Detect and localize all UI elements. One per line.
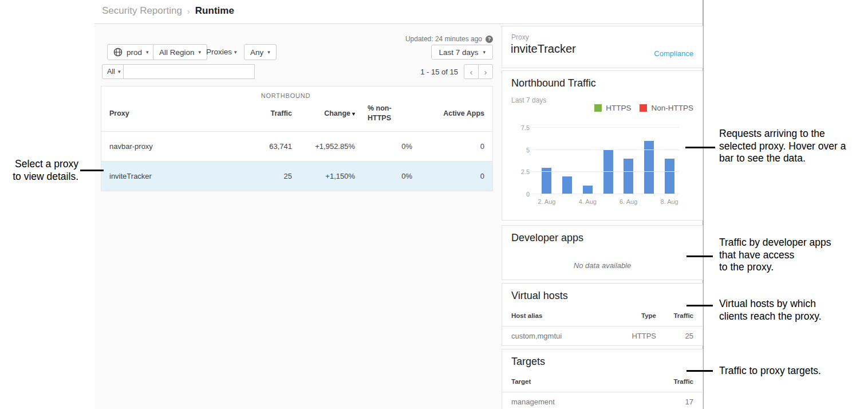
legend-label: Non-HTTPS [651, 104, 693, 112]
legend-item: Non-HTTPS [640, 104, 693, 112]
chart-gridline [532, 150, 680, 150]
column-header-traffic[interactable]: Traffic [229, 109, 292, 117]
updated-status: Updated: 24 minutes ago ? [405, 35, 493, 43]
chart-gridline [532, 194, 680, 194]
environment-label: prod [127, 48, 142, 57]
cell-proxy-name: navbar-proxy [109, 142, 229, 151]
column-header-traffic: Traffic [656, 378, 693, 385]
chevron-down-icon: ▾ [234, 49, 237, 55]
chart-bar[interactable] [583, 186, 593, 194]
virtual-hosts-title: Virtual hosts [511, 290, 568, 302]
virtual-host-row: custom,mgmtui HTTPS 25 [511, 332, 693, 340]
cell-type: HTTPS [605, 332, 656, 340]
legend-label: HTTPS [606, 104, 631, 112]
no-data-message: No data available [502, 261, 703, 270]
date-range-label: Last 7 days [439, 48, 478, 57]
globe-icon [113, 48, 123, 57]
annotation-developer-apps: Traffic by developer apps that have acce… [719, 237, 831, 274]
pagination-controls: ‹ › [464, 64, 493, 79]
security-reporting-runtime-page: Security Reporting › Runtime prod ▾ All … [0, 0, 868, 409]
virtual-hosts-card: Virtual hosts Host alias Type Traffic cu… [502, 283, 703, 346]
annotation-virtual-hosts: Virtual hosts by which clients reach the… [719, 298, 822, 323]
annotation-requests: Requests arriving to the selected proxy.… [719, 128, 846, 165]
callout-line [686, 305, 713, 306]
x-axis-tick-label: 4. Aug [579, 198, 597, 205]
proxy-label: Proxy [511, 33, 529, 41]
virtual-hosts-header-row: Host alias Type Traffic [511, 312, 693, 319]
column-header-proxy[interactable]: Proxy [109, 109, 229, 117]
column-header-active-apps[interactable]: Active Apps [412, 109, 484, 117]
chart-gridline [532, 171, 680, 172]
compliance-link[interactable]: Compliance [654, 49, 693, 58]
northbound-traffic-card: Northbound Traffic Last 7 days HTTPSNon-… [502, 70, 703, 221]
selected-proxy-name: inviteTracker [511, 42, 576, 56]
cell-non-https: 0% [355, 142, 412, 151]
cell-traffic: 63,741 [229, 142, 292, 151]
table-row-selected[interactable]: inviteTracker 25 +1,150% 0% 0 [101, 161, 492, 191]
previous-page-button[interactable]: ‹ [464, 64, 479, 79]
column-header-target: Target [511, 378, 656, 385]
callout-line [80, 170, 104, 171]
environment-dropdown[interactable]: prod ▾ [107, 44, 155, 60]
table-header-row: Proxy Traffic Change▾ % non-HTTPS Active… [101, 99, 492, 131]
pagination-range: 1 - 15 of 15 [420, 68, 458, 76]
developer-apps-title: Developer apps [511, 232, 583, 244]
y-axis-tick-label: 7.5 [521, 124, 530, 131]
callout-line [686, 370, 713, 372]
annotation-select-proxy: Select a proxy to view details. [0, 158, 78, 183]
help-icon[interactable]: ? [486, 36, 493, 43]
x-axis-tick-label: 8. Aug [661, 198, 678, 205]
cell-non-https: 0% [355, 172, 412, 180]
target-row: management 17 [511, 398, 693, 406]
legend-item: HTTPS [594, 104, 631, 112]
search-scope-dropdown[interactable]: All ▾ [102, 64, 125, 79]
any-label: Any [250, 48, 263, 57]
cell-active-apps: 0 [412, 142, 484, 151]
breadcrumb-section[interactable]: Security Reporting [102, 5, 182, 17]
legend-swatch [594, 104, 602, 112]
next-page-button[interactable]: › [478, 64, 493, 79]
chart-gridline [532, 127, 680, 128]
chart-x-axis: 2. Aug4. Aug6. Aug8. Aug [536, 198, 680, 206]
chart-bar[interactable] [665, 159, 674, 194]
y-axis-tick-label: 0 [526, 191, 530, 198]
chart-bar-slot [659, 159, 680, 194]
cell-traffic: 25 [656, 332, 693, 340]
proxies-dropdown[interactable]: Proxies ▾ [206, 48, 237, 56]
x-axis-tick-label: 2. Aug [538, 198, 555, 205]
chevron-down-icon: ▾ [267, 49, 270, 55]
chart-bar[interactable] [624, 159, 633, 194]
targets-card: Targets Target Traffic management 17 [502, 349, 703, 409]
x-axis-tick-label: 6. Aug [620, 198, 637, 205]
any-filter-dropdown[interactable]: Any ▾ [244, 44, 277, 60]
column-header-change[interactable]: Change▾ [292, 109, 355, 117]
developer-apps-card: Developer apps No data available [502, 225, 703, 280]
chart-bar-slot [557, 176, 578, 194]
breadcrumb: Security Reporting › Runtime [102, 5, 234, 17]
chart-bar-slot [577, 186, 598, 194]
date-range-dropdown[interactable]: Last 7 days ▾ [431, 45, 493, 60]
y-axis-tick-label: 2.5 [521, 168, 530, 175]
column-header-traffic: Traffic [656, 312, 693, 319]
legend-swatch [640, 104, 647, 112]
divider [502, 326, 703, 327]
cell-active-apps: 0 [412, 172, 484, 180]
cell-traffic: 25 [229, 172, 292, 180]
header-divider [94, 23, 703, 24]
chart-bar[interactable] [562, 176, 572, 194]
callout-line [685, 147, 715, 148]
chart-bar-slot [618, 159, 639, 194]
y-axis-tick-label: 5 [526, 147, 530, 154]
chevron-down-icon: ▾ [118, 69, 121, 74]
column-header-non-https[interactable]: % non-HTTPS [355, 104, 412, 123]
targets-title: Targets [511, 356, 545, 368]
chevron-down-icon: ▾ [146, 49, 149, 55]
proxies-table: NORTHBOUND Proxy Traffic Change▾ % non-H… [101, 86, 493, 191]
table-row[interactable]: navbar-proxy 63,741 +1,952.85% 0% 0 [101, 131, 492, 161]
chart-y-axis: 02.557.5 [511, 128, 533, 194]
region-dropdown[interactable]: All Region ▾ [153, 44, 207, 60]
chevron-down-icon: ▾ [483, 49, 486, 55]
search-input[interactable] [123, 64, 255, 79]
cell-change: +1,952.85% [292, 142, 355, 151]
chevron-down-icon: ▾ [199, 49, 202, 55]
